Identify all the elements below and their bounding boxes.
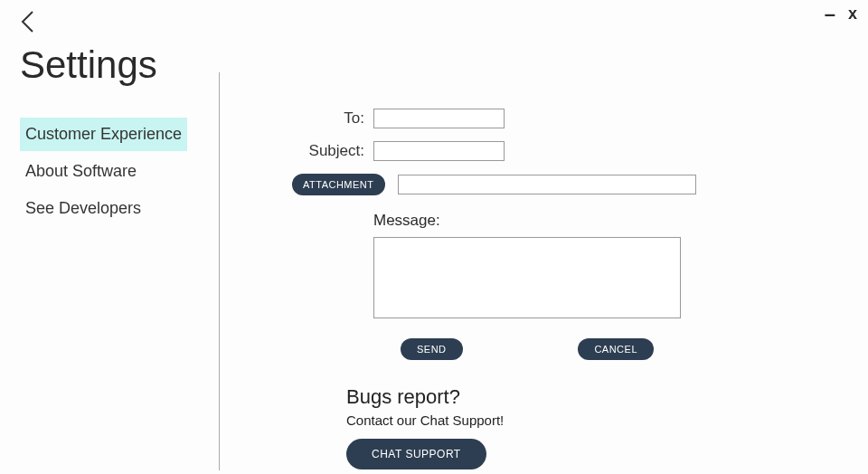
bugs-title: Bugs report? bbox=[346, 385, 780, 409]
to-input[interactable] bbox=[373, 109, 505, 128]
chat-support-button[interactable]: CHAT SUPPORT bbox=[346, 439, 486, 469]
send-button[interactable]: SEND bbox=[401, 338, 463, 360]
message-textarea[interactable] bbox=[373, 237, 681, 318]
message-label: Message: bbox=[373, 212, 780, 230]
sidebar-item-label: See Developers bbox=[25, 199, 141, 217]
to-label: To: bbox=[292, 109, 364, 128]
sidebar-item-label: About Software bbox=[25, 162, 137, 180]
attachment-button[interactable]: ATTACHMENT bbox=[292, 174, 385, 195]
cancel-button[interactable]: CANCEL bbox=[578, 338, 654, 360]
bugs-subtitle: Contact our Chat Support! bbox=[346, 412, 780, 428]
minimize-icon[interactable]: – bbox=[825, 11, 835, 18]
back-icon[interactable] bbox=[18, 9, 38, 38]
subject-label: Subject: bbox=[292, 142, 364, 160]
attachment-input[interactable] bbox=[398, 175, 696, 194]
sidebar-item-about-software[interactable]: About Software bbox=[20, 155, 142, 188]
page-title: Settings bbox=[20, 43, 157, 87]
sidebar-item-label: Customer Experience bbox=[25, 125, 182, 143]
content-panel: To: Subject: ATTACHMENT Message: SEND CA… bbox=[220, 109, 780, 470]
sidebar-item-customer-experience[interactable]: Customer Experience bbox=[20, 118, 187, 151]
subject-input[interactable] bbox=[373, 141, 505, 161]
sidebar: Customer Experience About Software See D… bbox=[20, 109, 219, 470]
close-icon[interactable]: x bbox=[848, 5, 857, 24]
sidebar-item-see-developers[interactable]: See Developers bbox=[20, 192, 146, 225]
